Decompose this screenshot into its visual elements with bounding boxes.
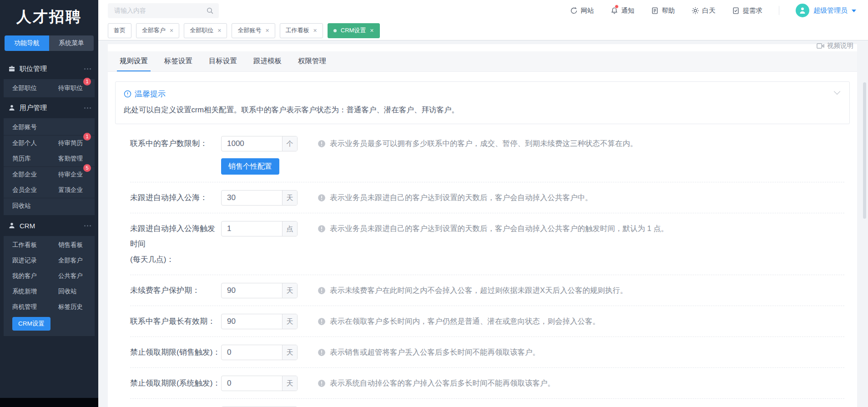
menu-group: 全部企业 待审企业5 会员企业 置顶企业 — [4, 166, 95, 198]
menu-label: 帮助 — [662, 6, 675, 15]
menu-label: 白天 — [702, 6, 716, 15]
page-tab-all-accounts[interactable]: 全部账号 × — [232, 23, 275, 38]
row-divider — [130, 398, 844, 399]
tab-system-menu[interactable]: 系统菜单 — [49, 35, 94, 51]
close-icon[interactable]: × — [217, 27, 221, 34]
sidebar-item-all-accounts[interactable]: 全部账号 — [12, 120, 39, 135]
menu-item-notifications[interactable]: 通知 — [611, 6, 635, 15]
section-header-users[interactable]: 用户管理 — [0, 97, 98, 118]
protection-days-input: 天 — [221, 283, 298, 298]
sidebar-item-member-companies[interactable]: 会员企业 — [12, 182, 39, 198]
tab-label: 全部客户 — [142, 26, 166, 35]
menu-item-help[interactable]: 帮助 — [651, 6, 675, 15]
page-tab-all-customers[interactable]: 全部客户 × — [136, 23, 179, 38]
tab-label: 全部账号 — [237, 26, 261, 35]
forbid-system-days-input: 天 — [221, 376, 298, 391]
section-title: CRM — [20, 222, 80, 230]
search-input[interactable] — [108, 3, 219, 18]
sidebar-mode-switch: 功能导航 系统菜单 — [5, 35, 94, 51]
form-row-auto-drop-sea: 未跟进自动掉入公海： 天 表示业务员未跟进自己的客户达到设置的天数后，客户会自动… — [130, 190, 844, 206]
collapse-chevron-icon[interactable] — [834, 88, 840, 95]
close-icon[interactable]: × — [370, 27, 373, 34]
number-input[interactable] — [222, 345, 282, 360]
info-filled-icon — [318, 140, 326, 148]
number-input[interactable] — [222, 191, 282, 205]
form-row-forbid-claim-system: 禁止领取期限(系统触发)： 天 表示系统自动掉公客的客户掉入公客后多长时间不能再… — [130, 376, 844, 391]
tab-permission-management[interactable]: 权限管理 — [295, 51, 329, 71]
page-tab-all-positions[interactable]: 全部职位 × — [184, 23, 227, 38]
sidebar-item-all-persons[interactable]: 全部个人 — [12, 136, 39, 151]
field-help: 表示系统自动掉公客的客户掉入公客后多长时间不能再领取该客户。 — [318, 376, 555, 391]
user-icon — [8, 104, 15, 111]
menu-item-website[interactable]: 网站 — [570, 6, 594, 15]
alert-title-row: 温馨提示 — [124, 89, 828, 99]
more-dots-icon[interactable] — [84, 225, 91, 226]
row-divider — [130, 337, 844, 337]
unit-suffix: 天 — [282, 376, 297, 391]
sidebar-item-pending-positions[interactable]: 待审职位1 — [58, 80, 85, 96]
page-tab-work-board[interactable]: 工作看板 × — [280, 23, 323, 38]
section-header-positions[interactable]: 职位管理 — [0, 58, 98, 79]
video-help-link[interactable]: 视频说明 — [817, 41, 853, 50]
tab-followup-template[interactable]: 跟进模板 — [251, 51, 284, 71]
close-icon[interactable]: × — [265, 27, 269, 34]
section-title: 职位管理 — [20, 65, 80, 73]
page-tab-bar: 首页 全部客户 × 全部职位 × 全部账号 × 工作看板 × — [98, 21, 868, 40]
tab-goal-settings[interactable]: 目标设置 — [206, 51, 240, 71]
menu-item-theme-day[interactable]: 白天 — [691, 6, 716, 15]
field-label: 未跟进自动掉入公海触发时间 (每天几点)： — [130, 221, 221, 267]
form-row-max-validity: 联系中客户最长有效期： 天 表示在领取客户多长时间内，客户仍然是普通、潜在或意向… — [130, 314, 844, 329]
sidebar-item-pending-resumes[interactable]: 待审简历1 — [58, 136, 85, 151]
sidebar-item-top-companies[interactable]: 置顶企业 — [58, 182, 85, 198]
forbid-sales-days-input: 天 — [221, 345, 298, 360]
request-icon — [732, 7, 740, 15]
sidebar-item-public-customers[interactable]: 公共客户 — [58, 268, 85, 284]
user-menu[interactable]: 超级管理员 — [796, 4, 856, 17]
number-input[interactable] — [222, 314, 282, 329]
sidebar-item-guest-management[interactable]: 客勤管理 — [58, 151, 85, 166]
sidebar-item-pending-companies[interactable]: 待审企业5 — [58, 167, 85, 182]
close-icon[interactable]: × — [313, 27, 317, 34]
sales-custom-config-button[interactable]: 销售个性配置 — [221, 158, 279, 175]
page-tab-home[interactable]: 首页 — [108, 23, 131, 38]
sidebar-item-work-board[interactable]: 工作看板 — [12, 237, 39, 253]
rules-form: 联系中的客户数限制： 个 表示业务员最多可以拥有多少联系中的客户，成交、暂停、到… — [108, 124, 857, 407]
sidebar-item-resume-library[interactable]: 简历库 — [12, 151, 33, 166]
tab-function-nav[interactable]: 功能导航 — [5, 35, 49, 51]
sidebar-item-crm-settings-active[interactable]: CRM设置 — [12, 317, 50, 331]
vertical-scrollbar[interactable] — [863, 82, 866, 219]
sidebar-item-all-companies[interactable]: 全部企业 — [12, 167, 39, 182]
sidebar-item-recycle-bin-users[interactable]: 回收站 — [12, 198, 33, 214]
row-divider — [130, 213, 844, 213]
tab-tag-settings[interactable]: 标签设置 — [161, 51, 195, 71]
tab-rule-settings[interactable]: 规则设置 — [117, 51, 151, 71]
search-icon[interactable] — [206, 7, 214, 15]
more-dots-icon[interactable] — [84, 107, 91, 109]
video-link-label: 视频说明 — [827, 41, 853, 50]
close-icon[interactable]: × — [170, 27, 173, 34]
sidebar-item-recycle-bin-crm[interactable]: 回收站 — [58, 284, 79, 299]
number-input[interactable] — [222, 221, 282, 236]
menu-item-submit-request[interactable]: 提需求 — [732, 6, 763, 15]
number-input[interactable] — [222, 283, 282, 298]
number-input[interactable] — [222, 376, 282, 391]
sidebar-item-all-positions[interactable]: 全部职位 — [12, 80, 39, 96]
sidebar-item-followup-records[interactable]: 跟进记录 — [12, 253, 39, 268]
page-tab-crm-settings-active[interactable]: CRM设置 × — [328, 23, 380, 38]
more-dots-icon[interactable] — [84, 68, 91, 70]
sidebar-item-all-customers[interactable]: 全部客户 — [58, 253, 85, 268]
count-badge: 5 — [83, 164, 91, 172]
section-panel-crm: 工作看板 销售看板 跟进记录 全部客户 我的客户 公共客户 系统新增 回收站 商… — [4, 236, 95, 336]
sidebar-item-opportunity-management[interactable]: 商机管理 — [12, 299, 39, 315]
globe-icon — [570, 7, 578, 15]
form-row-contact-limit: 联系中的客户数限制： 个 表示业务员最多可以拥有多少联系中的客户，成交、暂停、到… — [130, 136, 844, 151]
sidebar-item-tag-history[interactable]: 标签历史 — [58, 299, 85, 315]
sidebar-item-sales-board[interactable]: 销售看板 — [58, 237, 85, 253]
sidebar-item-my-customers[interactable]: 我的客户 — [12, 268, 39, 284]
help-text: 表示业务员未跟进自己的客户达到设置的天数后，客户会自动掉入公共客户的触发时间，默… — [330, 224, 668, 234]
sidebar-item-system-new[interactable]: 系统新增 — [12, 284, 39, 299]
row-divider — [130, 275, 844, 275]
sidebar-bottom-strip — [0, 398, 98, 407]
number-input[interactable] — [222, 136, 282, 151]
section-header-crm[interactable]: CRM — [0, 215, 98, 236]
